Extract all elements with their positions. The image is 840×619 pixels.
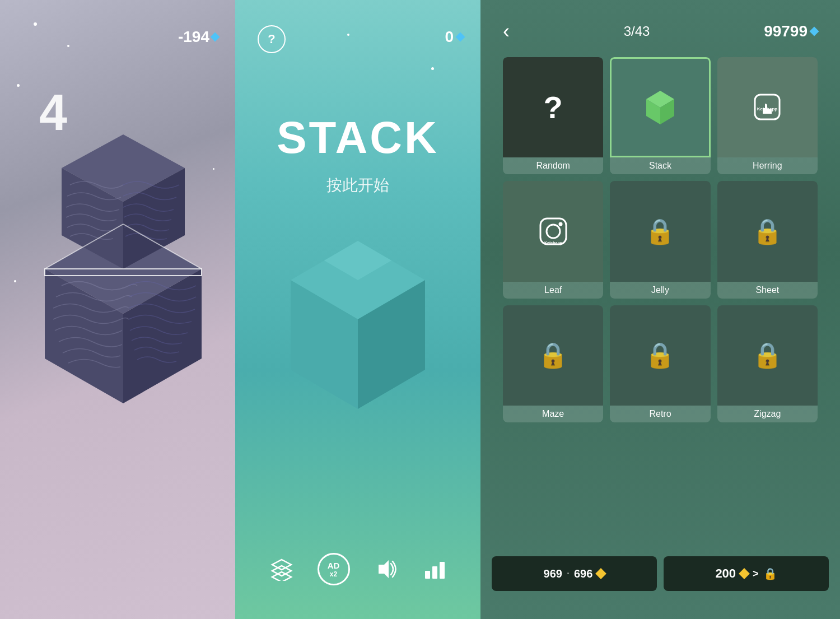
svg-text:Ketchapp: Ketchapp xyxy=(544,241,562,245)
skins-header: ‹ 3/43 99799 xyxy=(492,0,829,52)
unlock-cost: 200 xyxy=(715,566,736,581)
toolbar: AD x2 xyxy=(235,553,480,585)
help-icon: ? xyxy=(268,32,275,46)
menu-diamond-icon xyxy=(456,32,465,42)
gold-diamond-icon xyxy=(595,568,606,579)
diamond-icon xyxy=(211,32,220,42)
lock-icon-jelly: 🔒 xyxy=(645,217,675,246)
skins-grid: ? Random Stack Ketchapp xyxy=(492,52,829,428)
back-button[interactable]: ‹ xyxy=(503,20,510,43)
svg-rect-18 xyxy=(432,566,437,579)
balance-separator: · xyxy=(567,568,570,580)
menu-panel: ? 0 STACK 按此开始 xyxy=(235,0,480,619)
skin-label-maze: Maze xyxy=(503,406,603,422)
stack-cube-icon xyxy=(638,85,683,130)
skin-item-jelly[interactable]: 🔒 Jelly xyxy=(610,181,710,298)
sound-icon xyxy=(374,557,399,581)
skin-item-herring[interactable]: Ketchapp Herring xyxy=(717,57,818,174)
layers-icon xyxy=(270,557,293,581)
game-score: -194 xyxy=(178,28,218,46)
balance-display: 969 · 696 xyxy=(492,556,657,591)
menu-cube-area[interactable] xyxy=(279,224,436,417)
layers-button[interactable] xyxy=(270,557,293,581)
skin-item-zigzag[interactable]: 🔒 Zigzag xyxy=(717,305,818,422)
skin-label-leaf: Leaf xyxy=(503,282,603,299)
skin-label-stack: Stack xyxy=(610,157,710,174)
balance-value2: 696 xyxy=(574,567,592,580)
sparkle xyxy=(14,280,16,282)
start-hint: 按此开始 xyxy=(326,175,389,196)
game-panel: -194 4 xyxy=(0,0,235,619)
sparkle xyxy=(34,22,37,26)
ad-sub: x2 xyxy=(330,570,337,578)
game-title: STACK xyxy=(277,112,439,164)
svg-marker-14 xyxy=(272,566,291,576)
stats-icon xyxy=(423,557,446,581)
lock-icon-maze: 🔒 xyxy=(538,341,568,370)
skin-thumb-jelly: 🔒 xyxy=(610,181,710,281)
svg-point-26 xyxy=(547,225,560,238)
skins-bottom-bar: 969 · 696 200 > 🔒 xyxy=(492,556,829,591)
skin-thumb-random: ? xyxy=(503,57,603,157)
ad-label: AD xyxy=(328,561,340,570)
unlock-arrow: > xyxy=(753,568,759,580)
skins-counter: 3/43 xyxy=(624,24,650,39)
skin-thumb-herring: Ketchapp xyxy=(717,57,818,157)
game-cube-area xyxy=(17,123,218,392)
sparkle xyxy=(17,84,20,87)
skin-thumb-zigzag: 🔒 xyxy=(717,305,818,406)
svg-marker-13 xyxy=(272,560,291,570)
skin-label-herring: Herring xyxy=(717,157,818,174)
help-button[interactable]: ? xyxy=(258,25,286,53)
stats-button[interactable] xyxy=(423,557,446,581)
svg-rect-19 xyxy=(440,562,445,579)
skin-thumb-sheet: 🔒 xyxy=(717,181,818,281)
svg-marker-16 xyxy=(379,560,389,578)
lock-icon-zigzag: 🔒 xyxy=(752,341,783,370)
skin-thumb-stack xyxy=(610,57,710,157)
skin-item-sheet[interactable]: 🔒 Sheet xyxy=(717,181,818,298)
svg-rect-17 xyxy=(425,571,430,579)
skin-item-random[interactable]: ? Random xyxy=(503,57,603,174)
skin-item-retro[interactable]: 🔒 Retro xyxy=(610,305,710,422)
skins-score-value: 99799 xyxy=(764,22,808,40)
skin-thumb-maze: 🔒 xyxy=(503,305,603,406)
svg-point-27 xyxy=(558,222,562,226)
unlock-diamond-icon xyxy=(739,568,750,579)
ketchapp-logo: Ketchapp xyxy=(750,90,784,125)
skin-item-maze[interactable]: 🔒 Maze xyxy=(503,305,603,422)
skin-label-random: Random xyxy=(503,157,603,174)
menu-score: 0 xyxy=(445,28,464,46)
sound-button[interactable] xyxy=(374,557,399,581)
balance-value: 969 xyxy=(544,567,562,580)
menu-score-value: 0 xyxy=(445,28,454,46)
ad-button[interactable]: AD x2 xyxy=(318,553,350,585)
instagram-icon: Ketchapp xyxy=(537,215,570,248)
skin-thumb-retro: 🔒 xyxy=(610,305,710,406)
question-icon: ? xyxy=(544,89,563,125)
skin-label-sheet: Sheet xyxy=(717,282,818,299)
skin-item-stack[interactable]: Stack xyxy=(610,57,710,174)
skins-panel: ‹ 3/43 99799 ? Random Stack xyxy=(480,0,840,619)
skin-label-retro: Retro xyxy=(610,406,710,422)
skin-label-zigzag: Zigzag xyxy=(717,406,818,422)
skins-diamond-icon xyxy=(810,27,819,36)
lock-icon-retro: 🔒 xyxy=(645,341,675,370)
game-cube-svg xyxy=(17,123,230,403)
skin-item-leaf[interactable]: Ketchapp Leaf xyxy=(503,181,603,298)
unlock-button[interactable]: 200 > 🔒 xyxy=(664,556,829,591)
sparkle xyxy=(347,34,349,36)
sparkle xyxy=(431,67,434,70)
unlock-lock-icon: 🔒 xyxy=(763,567,777,580)
skin-label-jelly: Jelly xyxy=(610,282,710,299)
menu-cube-svg xyxy=(279,224,436,415)
sparkle xyxy=(67,45,69,47)
skin-thumb-leaf: Ketchapp xyxy=(503,181,603,281)
lock-icon-sheet: 🔒 xyxy=(752,217,783,246)
skins-score: 99799 xyxy=(764,22,818,40)
score-value: -194 xyxy=(178,28,209,46)
ketchapp-icon: Ketchapp xyxy=(750,90,784,124)
